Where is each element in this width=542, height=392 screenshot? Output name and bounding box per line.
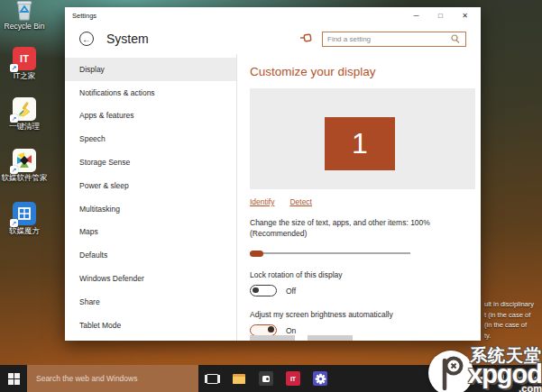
settings-search-box[interactable] xyxy=(322,32,466,47)
display-preview: 1 xyxy=(250,88,475,189)
window-titlebar[interactable]: Settings ─ □ ✕ xyxy=(65,7,481,23)
slider-track xyxy=(250,252,410,254)
taskbar-search-placeholder: Search the web and Windows xyxy=(36,374,137,383)
lock-rotation-label: Lock rotation of this display xyxy=(250,270,477,279)
desktop-icon-label: 一键清理 xyxy=(0,123,49,131)
sidebar-divider xyxy=(236,54,237,341)
detect-link[interactable]: Detect xyxy=(289,197,312,206)
settings-gear-icon xyxy=(313,371,327,386)
page-title: System xyxy=(106,32,149,46)
taskbar-app-ithome[interactable]: IT xyxy=(280,365,307,392)
ruanmei-manager-icon: ↗ xyxy=(13,149,36,172)
section-heading: Customize your display xyxy=(250,65,477,78)
maximize-button[interactable]: □ xyxy=(428,7,453,23)
desktop-icon-label: Recycle Bin xyxy=(0,23,49,31)
sidebar-item-tablet-mode[interactable]: Tablet Mode xyxy=(65,314,236,337)
task-view-icon xyxy=(207,374,218,384)
desktop-icon-label: 软媒软件管家 xyxy=(0,174,49,182)
recycle-bin-icon xyxy=(12,0,37,21)
start-button[interactable] xyxy=(0,365,27,392)
settings-sidebar: Display Notifications & actions Apps & f… xyxy=(65,54,236,341)
desktop-icon-ithome[interactable]: IT ↗ IT之家 xyxy=(0,47,49,80)
xpgod-logo-icon xyxy=(428,351,473,392)
ithome-app-icon: IT xyxy=(286,371,300,386)
file-explorer-button[interactable] xyxy=(225,365,253,392)
sidebar-item-multitasking[interactable]: Multitasking xyxy=(65,197,236,221)
sidebar-item-notifications[interactable]: Notifications & actions xyxy=(65,81,236,105)
scale-label: Change the size of text, apps, and other… xyxy=(250,217,481,239)
desktop-icon-label: 软媒魔方 xyxy=(0,227,49,235)
display-settings-pane: Customize your display 1 Identify Detect… xyxy=(250,54,477,341)
apply-button[interactable] xyxy=(250,335,295,341)
sidebar-item-maps[interactable]: Maps xyxy=(65,221,236,244)
task-view-button[interactable] xyxy=(198,365,225,392)
settings-window: Settings ─ □ ✕ ← System xyxy=(65,7,481,341)
desktop-icon-recycle-bin[interactable]: Recycle Bin xyxy=(0,0,49,31)
window-title: Settings xyxy=(72,12,96,20)
shortcut-arrow-icon: ↗ xyxy=(10,114,18,123)
sidebar-item-storage-sense[interactable]: Storage Sense xyxy=(65,150,236,174)
close-button[interactable]: ✕ xyxy=(453,7,477,23)
display-scale-slider[interactable] xyxy=(250,250,410,257)
desktop: Recycle Bin IT ↗ IT之家 ↗ 一键清理 xyxy=(0,0,542,392)
pin-icon[interactable] xyxy=(299,31,313,47)
lock-rotation-state: Off xyxy=(286,287,296,296)
sidebar-item-about[interactable]: About xyxy=(65,337,236,341)
desktop-icon-ruanmei-mofang[interactable]: ↗ 软媒魔方 xyxy=(0,202,49,235)
identify-link[interactable]: Identify xyxy=(250,197,274,206)
windows-logo-icon xyxy=(8,373,20,385)
desktop-icon-ruanmei-manager[interactable]: ↗ 软媒软件管家 xyxy=(0,149,49,182)
minimize-button[interactable]: ─ xyxy=(404,7,428,23)
back-button[interactable]: ← xyxy=(79,32,94,46)
sidebar-item-share[interactable]: Share xyxy=(65,290,236,314)
sidebar-item-power-sleep[interactable]: Power & sleep xyxy=(65,174,236,197)
sidebar-item-apps-features[interactable]: Apps & features xyxy=(65,105,236,128)
window-header: ← System xyxy=(65,23,481,54)
cleaner-icon: ↗ xyxy=(13,97,36,121)
ruanmei-mofang-icon: ↗ xyxy=(13,202,36,225)
folder-icon xyxy=(233,374,245,384)
taskbar-app-mofang[interactable] xyxy=(253,365,280,392)
ithome-icon: IT ↗ xyxy=(13,47,36,70)
shortcut-arrow-icon: ↗ xyxy=(10,219,18,227)
sidebar-item-windows-defender[interactable]: Windows Defender xyxy=(65,267,236,290)
sidebar-item-speech[interactable]: Speech xyxy=(65,127,236,150)
brightness-state: On xyxy=(286,326,296,335)
brightness-label: Adjust my screen brightness automaticall… xyxy=(250,310,477,319)
sidebar-item-display[interactable]: Display xyxy=(65,58,236,81)
shortcut-arrow-icon: ↗ xyxy=(10,64,18,72)
wallpaper-text: ult in disciplinary t (in the case of (i… xyxy=(484,299,542,341)
taskbar-search-box[interactable]: Search the web and Windows xyxy=(27,365,198,392)
settings-search-input[interactable] xyxy=(323,35,449,43)
lock-rotation-toggle[interactable] xyxy=(250,285,277,296)
search-icon xyxy=(449,33,462,44)
monitor-1[interactable]: 1 xyxy=(325,117,395,170)
shortcut-arrow-icon: ↗ xyxy=(10,166,18,174)
sidebar-item-defaults[interactable]: Defaults xyxy=(65,243,236,267)
mofang-app-icon xyxy=(259,371,273,386)
desktop-icon-label: IT之家 xyxy=(0,72,49,80)
cancel-button[interactable] xyxy=(308,335,353,341)
desktop-icon-cleaner[interactable]: ↗ 一键清理 xyxy=(0,97,49,131)
taskbar-app-settings[interactable] xyxy=(307,365,334,392)
slider-thumb[interactable] xyxy=(250,251,263,257)
xpgod-watermark: 系统天堂 xpgod .com xyxy=(428,347,542,392)
